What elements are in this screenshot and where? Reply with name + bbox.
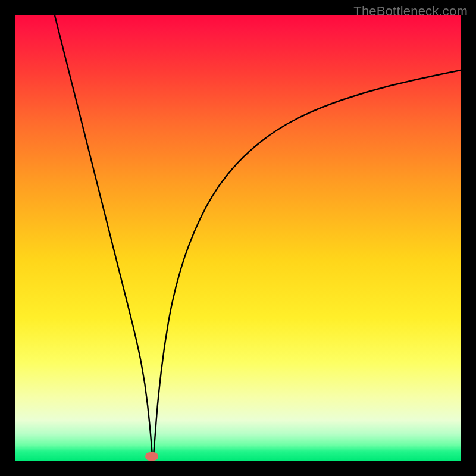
optimal-point-marker <box>145 452 158 461</box>
bottleneck-curve <box>15 15 461 461</box>
plot-area <box>15 15 461 461</box>
curve-right-branch <box>154 70 461 456</box>
curve-left-branch <box>55 15 152 456</box>
watermark-text: TheBottleneck.com <box>353 4 468 19</box>
